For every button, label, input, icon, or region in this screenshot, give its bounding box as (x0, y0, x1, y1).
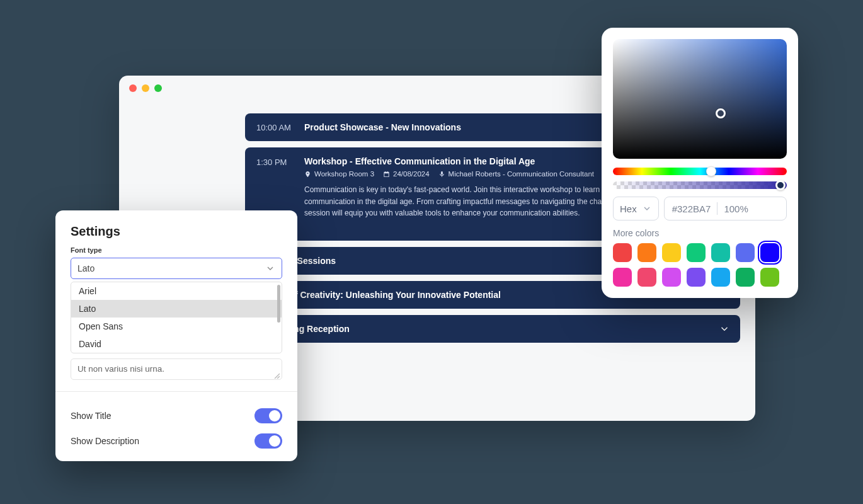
saturation-value-panel[interactable] (613, 39, 787, 159)
agenda-time: 10:00 AM (256, 123, 295, 132)
color-swatch[interactable] (613, 243, 632, 262)
settings-panel: Settings Font type Lato Ariel Lato Open … (55, 210, 297, 461)
font-option[interactable]: Ariel (71, 282, 282, 300)
alpha-thumb-icon[interactable] (775, 180, 786, 190)
alpha-value: 100% (724, 203, 748, 214)
font-option[interactable]: David (71, 335, 282, 353)
svg-line-1 (277, 376, 280, 379)
color-swatch[interactable] (711, 243, 730, 262)
text-input-value: Ut non varius nisi urna. (77, 364, 164, 374)
location-pin-icon (304, 171, 311, 178)
microphone-icon (438, 171, 445, 178)
color-swatch[interactable] (760, 243, 779, 262)
resize-handle-icon[interactable] (273, 371, 280, 377)
color-swatch[interactable] (711, 268, 730, 287)
show-description-label: Show Description (71, 436, 139, 446)
agenda-time: 1:30 PM (256, 156, 295, 169)
dropdown-scrollbar[interactable] (277, 285, 280, 335)
font-type-label: Font type (71, 246, 282, 254)
calendar-icon (383, 171, 390, 178)
color-swatch[interactable] (662, 243, 681, 262)
hex-value: #322BA7 (672, 203, 711, 214)
color-swatch[interactable] (637, 243, 656, 262)
color-swatch[interactable] (736, 243, 755, 262)
agenda-item[interactable]: Networking Reception (245, 315, 740, 343)
color-swatch[interactable] (687, 243, 706, 262)
maximize-window-icon[interactable] (154, 84, 162, 92)
color-swatch[interactable] (736, 268, 755, 287)
hue-thumb-icon[interactable] (706, 166, 716, 176)
text-input[interactable]: Ut non varius nisi urna. (71, 358, 282, 380)
color-mode-select[interactable]: Hex (613, 197, 659, 220)
agenda-title: Product Showcase - New Innovations (304, 122, 461, 132)
color-value-input[interactable]: #322BA7 100% (664, 197, 787, 220)
sv-cursor-icon[interactable] (716, 108, 726, 118)
color-picker-panel: Hex #322BA7 100% More colors (602, 28, 798, 298)
close-window-icon[interactable] (129, 84, 137, 92)
show-title-row: Show Title (71, 403, 282, 428)
font-option[interactable]: Open Sans (71, 318, 282, 335)
color-swatch[interactable] (637, 268, 656, 287)
show-title-label: Show Title (71, 411, 111, 421)
chevron-down-icon (265, 263, 275, 273)
agenda-date: 24/08/2024 (393, 170, 430, 178)
agenda-location: Workshop Room 3 (314, 170, 374, 178)
minimize-window-icon[interactable] (142, 84, 149, 92)
chevron-down-icon[interactable] (719, 323, 730, 335)
hue-slider[interactable] (613, 168, 787, 175)
color-mode-value: Hex (620, 203, 637, 214)
more-colors-label: More colors (613, 228, 787, 238)
color-swatch[interactable] (687, 268, 706, 287)
color-swatch[interactable] (613, 268, 632, 287)
alpha-slider[interactable] (613, 181, 787, 189)
svg-line-0 (275, 374, 280, 379)
color-swatches (613, 243, 787, 287)
font-type-value: Lato (77, 263, 94, 273)
show-description-toggle[interactable] (254, 433, 282, 449)
show-description-row: Show Description (71, 428, 282, 454)
agenda-speaker: Michael Roberts - Communication Consulta… (449, 170, 594, 178)
color-swatch[interactable] (662, 268, 681, 287)
chevron-down-icon (642, 203, 652, 214)
divider (55, 391, 297, 392)
settings-heading: Settings (71, 224, 282, 239)
color-swatch[interactable] (760, 268, 779, 287)
font-option[interactable]: Lato (71, 300, 282, 318)
font-type-select[interactable]: Lato (71, 258, 282, 279)
show-title-toggle[interactable] (254, 408, 282, 423)
font-type-dropdown: Ariel Lato Open Sans David (71, 282, 282, 353)
divider (717, 202, 717, 215)
